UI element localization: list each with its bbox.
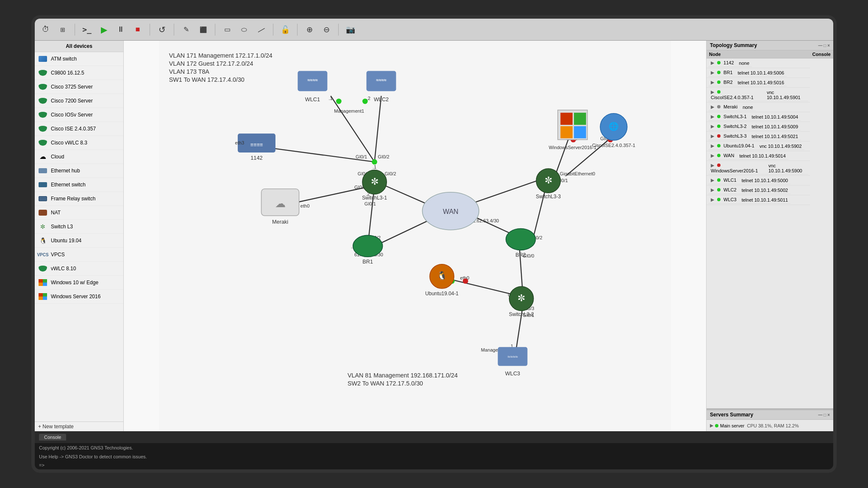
terminal-icon[interactable]: >_ — [80, 23, 94, 36]
sidebar-item-ubuntu[interactable]: 🐧 Ubuntu 19.04 — [35, 234, 123, 248]
sidebar-header[interactable]: All devices — [35, 41, 123, 52]
sidebar-item-cloud[interactable]: ☁ Cloud — [35, 150, 123, 164]
topology-row[interactable]: ▶ SwitchL3-2 telnet 10.10.1.49:5009 — [707, 122, 810, 132]
topology-node-name: ▶ CiscoISE2.4.0.357-1 — [708, 89, 764, 101]
sidebar-item-cisco7200[interactable]: Cisco 7200 Server — [35, 94, 123, 108]
lock-icon[interactable]: 🔓 — [278, 23, 292, 36]
play-icon[interactable]: ▶ — [97, 23, 111, 36]
sidebar-item-win10edge[interactable]: Windows 10 w/ Edge — [35, 276, 123, 290]
winsvr2016-label: Windows Server 2016 — [51, 294, 100, 299]
zoom-out-icon[interactable]: ⊖ — [320, 23, 333, 36]
sidebar-item-nat[interactable]: NAT — [35, 206, 123, 220]
vwlc-label: vWLC 8.10 — [51, 266, 76, 272]
sidebar-item-eth-hub[interactable]: Ethernet hub — [35, 164, 123, 178]
canvas-area[interactable]: VLAN 171 Management 172.17.1.0/24 VLAN 1… — [124, 41, 706, 431]
topology-row[interactable]: ▶ BR1 telnet 10.10.1.49:5006 — [707, 68, 810, 78]
status-dot — [717, 154, 721, 157]
sidebar-item-ciscovwlc[interactable]: Cisco vWLC 8.3 — [35, 136, 123, 150]
sidebar-item-ciscoISE[interactable]: Cisco ISE 2.4.0.357 — [35, 122, 123, 136]
capture-icon[interactable]: ⊞ — [56, 23, 70, 36]
topology-node-console: telnet 10.10.1.49:5004 — [749, 114, 801, 121]
svg-text:VLAN 171 Management 172.17.1.0: VLAN 171 Management 172.17.1.0/24 — [169, 52, 273, 59]
eth-hub-icon — [38, 166, 47, 175]
svg-text:Meraki: Meraki — [272, 219, 288, 225]
cisco3725-label: Cisco 3725 Server — [51, 84, 93, 90]
toolbar-separator-5 — [273, 24, 273, 36]
stop-icon[interactable]: ■ — [131, 23, 145, 36]
sidebar-item-switchl3[interactable]: ✼ Switch L3 — [35, 220, 123, 234]
sidebar-item-frame-relay[interactable]: Frame Relay switch — [35, 192, 123, 206]
rect-icon[interactable]: ▭ — [220, 23, 234, 36]
svg-text:GI0/1: GI0/1 — [364, 201, 376, 206]
sidebar-item-vwlc[interactable]: vWLC 8.10 — [35, 262, 123, 276]
topology-node-name: ▶ WindowsServer2016-1 — [708, 162, 766, 175]
svg-point-96 — [506, 229, 536, 250]
topology-row[interactable]: ▶ SwitchL3-3 telnet 10.10.1.49:5021 — [707, 132, 810, 141]
topology-node-name: ▶ Meraki — [708, 103, 740, 111]
topology-node-name: ▶ BR2 — [708, 79, 735, 86]
svg-text:Ubuntu19.04-1: Ubuntu19.04-1 — [425, 291, 459, 297]
right-panel: Topology Summary — □ × Node Console — [706, 41, 833, 431]
copyright-text: Copyright (c) 2006-2021 GNS3 Technologie… — [39, 445, 133, 450]
toolbar-separator-3 — [174, 24, 174, 36]
sidebar-item-cisco3725[interactable]: Cisco 3725 Server — [35, 80, 123, 94]
svg-text:BR2: BR2 — [515, 252, 526, 258]
server-row[interactable]: ▶ Main server CPU 38.1%, RAM 12.2% — [709, 421, 831, 430]
snapshot-icon[interactable]: ⬛ — [196, 23, 210, 36]
servers-list: ▶ Main server CPU 38.1%, RAM 12.2% — [707, 420, 833, 431]
topology-row[interactable]: ▶ WLC2 telnet 10.10.1.49:5002 — [707, 186, 810, 195]
servers-summary-header: Servers Summary — □ × — [707, 410, 833, 420]
svg-text:WLC1: WLC1 — [305, 96, 320, 103]
reload-icon[interactable]: ↺ — [155, 23, 169, 36]
sidebar-item-ciscoiosv[interactable]: Cisco IOSv Server — [35, 108, 123, 122]
topology-canvas[interactable]: VLAN 171 Management 172.17.1.0/24 VLAN 1… — [124, 41, 706, 431]
line-icon[interactable]: — — [252, 20, 270, 39]
sidebar-item-vpcs[interactable]: VPCS VPCS — [35, 248, 123, 262]
svg-rect-101 — [560, 126, 573, 139]
topology-row[interactable]: ▶ BR2 telnet 10.10.1.49:5016 — [707, 78, 810, 88]
topology-node-name: ▶ Ubuntu19.04-1 — [708, 142, 757, 150]
console-tab-label[interactable]: Console — [39, 434, 66, 441]
zoom-in-icon[interactable]: ⊕ — [303, 23, 316, 36]
topology-row[interactable]: ▶ WLC3 telnet 10.10.1.49:5011 — [707, 195, 810, 205]
time-icon[interactable]: ⏱ — [39, 23, 53, 36]
sidebar-item-eth-switch[interactable]: Ethernet switch — [35, 178, 123, 192]
frame-relay-label: Frame Relay switch — [51, 196, 95, 202]
topology-row[interactable]: ▶ WLC1 telnet 10.10.1.49:5000 — [707, 176, 810, 186]
screenshot-icon[interactable]: 📷 — [344, 23, 357, 36]
ciscoISE-label: Cisco ISE 2.4.0.357 — [51, 126, 96, 132]
topo-expand-arrow: ▶ — [711, 143, 714, 148]
topology-summary-header: Topology Summary — □ × — [707, 41, 833, 50]
topology-table[interactable]: Node Console ▶ 1142 none ▶ BR1 telnet 10… — [707, 50, 833, 408]
new-template-button[interactable]: + New template — [35, 421, 123, 431]
topology-row[interactable]: ▶ Meraki none — [707, 103, 810, 112]
sidebar-item-winsvr2016[interactable]: Windows Server 2016 — [35, 290, 123, 304]
topology-row[interactable]: ▶ CiscoISE2.4.0.357-1 vnc 10.10.1.49:590… — [707, 88, 810, 103]
svg-text:SwitchL3-2: SwitchL3-2 — [509, 311, 534, 317]
topology-row[interactable]: ▶ WindowsServer2016-1 vnc 10.10.1.49:590… — [707, 161, 810, 176]
topology-row[interactable]: ▶ WAN telnet 10.10.1.49:5014 — [707, 151, 810, 161]
edit-icon[interactable]: ✎ — [179, 23, 193, 36]
topology-node-console: telnet 10.10.1.49:5000 — [739, 177, 790, 184]
server-status-dot — [715, 424, 718, 427]
toolbar-separator-7 — [338, 24, 339, 36]
topology-node-console: telnet 10.10.1.49:5006 — [735, 69, 787, 77]
console-bar: Console — [35, 431, 833, 443]
sidebar-item-c9800[interactable]: C9800 16.12.5 — [35, 66, 123, 80]
sidebar-item-atm-switch[interactable]: ATM switch — [35, 52, 123, 66]
ellipse-icon[interactable]: ⬭ — [237, 23, 251, 36]
topology-node-name: ▶ WAN — [708, 152, 737, 160]
pause-icon[interactable]: ⏸ — [114, 23, 128, 36]
svg-text:🌐: 🌐 — [609, 122, 619, 131]
svg-text:.2: .2 — [367, 96, 370, 101]
topo-expand-arrow: ▶ — [711, 70, 714, 75]
svg-text:.1: .1 — [373, 164, 376, 169]
topology-row[interactable]: ▶ SwitchL3-1 telnet 10.10.1.49:5004 — [707, 112, 810, 122]
topology-row[interactable]: ▶ Ubuntu19.04-1 vnc 10.10.1.49:5902 — [707, 141, 810, 151]
topology-row[interactable]: ▶ 1142 none — [707, 58, 810, 68]
frame-relay-icon — [38, 194, 47, 203]
status-bar: Copyright (c) 2006-2021 GNS3 Technologie… — [35, 443, 833, 452]
svg-text:VLAN 172 Guest 172.17.2.0/24: VLAN 172 Guest 172.17.2.0/24 — [169, 60, 253, 67]
topology-node-console: none — [740, 104, 755, 111]
svg-text:WLC3: WLC3 — [505, 370, 520, 377]
